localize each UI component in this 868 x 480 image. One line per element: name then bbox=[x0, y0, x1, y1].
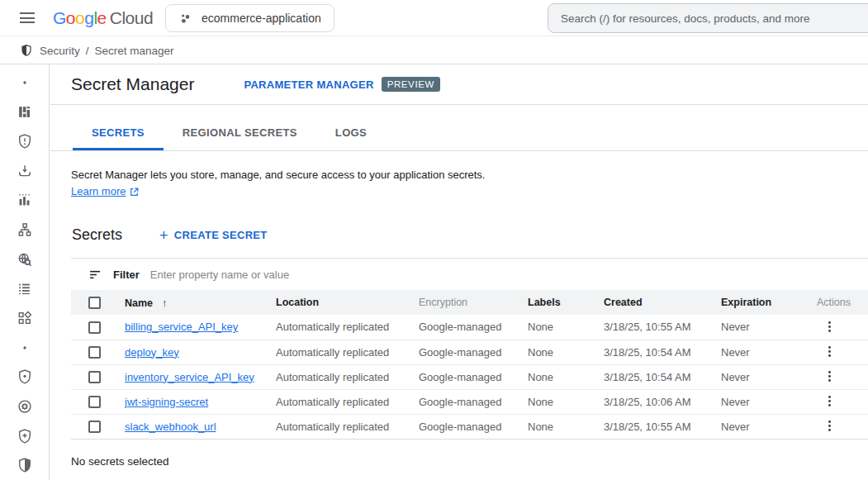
row-checkbox-cell bbox=[71, 315, 125, 340]
list-icon[interactable] bbox=[10, 273, 40, 303]
row-checkbox-cell bbox=[71, 364, 125, 389]
project-icon bbox=[178, 12, 192, 26]
secret-name-link[interactable]: slack_webhook_url bbox=[125, 421, 216, 433]
menu-hamburger-icon[interactable] bbox=[11, 2, 44, 35]
column-label: Expiration bbox=[721, 297, 771, 308]
column-header-created: Created bbox=[604, 290, 721, 315]
topology-icon[interactable] bbox=[10, 215, 40, 245]
learn-more-label: Learn more bbox=[71, 183, 126, 200]
encryption-cell: Google-managed bbox=[419, 340, 528, 364]
expiration-cell: Never bbox=[721, 364, 817, 389]
table-row: jwt-signing-secretAutomatically replicat… bbox=[71, 389, 868, 414]
row-actions-kebab-icon[interactable] bbox=[819, 368, 840, 385]
secrets-table: Name↑LocationEncryptionLabelsCreatedExpi… bbox=[71, 290, 868, 440]
row-actions-kebab-icon[interactable] bbox=[819, 318, 840, 335]
components-icon[interactable] bbox=[10, 303, 40, 333]
column-label: Actions bbox=[817, 297, 851, 308]
labels-cell: None bbox=[528, 389, 604, 414]
location-cell: Automatically replicated bbox=[276, 364, 419, 389]
search-bar[interactable] bbox=[548, 3, 868, 33]
labels-cell: None bbox=[528, 414, 604, 439]
google-cloud-logo[interactable]: GoogleCloud bbox=[53, 8, 153, 28]
globe-search-icon[interactable] bbox=[10, 245, 40, 274]
created-cell: 3/18/25, 10:54 AM bbox=[604, 340, 721, 364]
create-secret-button[interactable]: + CREATE SECRET bbox=[159, 228, 268, 243]
row-checkbox-cell bbox=[71, 414, 125, 439]
column-label: Location bbox=[276, 297, 319, 308]
column-label: Name bbox=[125, 297, 153, 309]
filter-bar[interactable]: Filter bbox=[71, 258, 868, 290]
tab-secrets[interactable]: SECRETS bbox=[73, 117, 164, 150]
labels-cell: None bbox=[528, 340, 604, 364]
create-secret-label: CREATE SECRET bbox=[174, 229, 268, 241]
filter-sort-icon bbox=[88, 268, 102, 282]
secret-name-link[interactable]: billing_service_API_key bbox=[125, 321, 238, 333]
column-header-name[interactable]: Name↑ bbox=[125, 290, 276, 315]
shield-plus-icon[interactable] bbox=[10, 421, 40, 451]
row-checkbox[interactable] bbox=[88, 346, 101, 359]
secret-name-link[interactable]: deploy_key bbox=[125, 346, 179, 359]
row-checkbox-cell bbox=[71, 340, 125, 364]
top-app-bar: GoogleCloud ecommerce-application bbox=[0, 0, 868, 36]
table-row: deploy_keyAutomatically replicatedGoogle… bbox=[71, 340, 868, 364]
secret-name-cell: deploy_key bbox=[125, 340, 276, 364]
shield-half-icon[interactable] bbox=[10, 450, 40, 480]
preview-badge: PREVIEW bbox=[382, 77, 440, 92]
table-row: billing_service_API_keyAutomatically rep… bbox=[71, 315, 868, 340]
page-title: Secret Manager bbox=[71, 74, 194, 94]
selection-status: No secrets selected bbox=[71, 455, 868, 468]
security-shield-icon bbox=[20, 44, 33, 57]
bar-chart-icon[interactable] bbox=[10, 186, 40, 216]
encryption-cell: Google-managed bbox=[419, 389, 528, 414]
column-label: Encryption bbox=[419, 297, 467, 308]
sort-ascending-icon: ↑ bbox=[162, 297, 168, 309]
secret-name-cell: jwt-signing-secret bbox=[125, 389, 276, 414]
breadcrumb-section[interactable]: Security bbox=[40, 45, 80, 57]
compliance-gear-icon[interactable] bbox=[10, 392, 40, 421]
tab-regional-secrets[interactable]: REGIONAL SECRETS bbox=[164, 117, 316, 150]
row-actions-kebab-icon[interactable] bbox=[819, 392, 840, 410]
shield-dot-icon[interactable] bbox=[10, 362, 40, 392]
location-cell: Automatically replicated bbox=[276, 340, 419, 364]
logo-letter: e bbox=[97, 8, 107, 27]
secret-name-cell: slack_webhook_url bbox=[125, 414, 276, 439]
row-actions-kebab-icon[interactable] bbox=[819, 417, 840, 435]
search-input[interactable] bbox=[561, 12, 865, 25]
dashboard-bars-icon[interactable] bbox=[10, 97, 40, 127]
tray-arrow-icon[interactable] bbox=[10, 156, 40, 186]
project-selector[interactable]: ecommerce-application bbox=[165, 4, 334, 32]
column-label: Labels bbox=[528, 297, 561, 308]
column-header-actions: Actions bbox=[817, 290, 868, 315]
secret-name-link[interactable]: jwt-signing-secret bbox=[125, 396, 208, 408]
row-checkbox-cell bbox=[71, 389, 125, 414]
actions-cell bbox=[817, 364, 868, 389]
select-all-checkbox[interactable] bbox=[88, 297, 101, 309]
row-checkbox[interactable] bbox=[88, 321, 101, 334]
row-checkbox[interactable] bbox=[88, 421, 101, 433]
column-header-expiration: Expiration bbox=[721, 290, 817, 315]
filter-input[interactable] bbox=[150, 269, 860, 281]
column-header-location: Location bbox=[276, 290, 419, 315]
secrets-heading: Secrets bbox=[72, 226, 122, 244]
project-name: ecommerce-application bbox=[202, 12, 321, 25]
row-checkbox[interactable] bbox=[88, 396, 101, 408]
logo-letter: G bbox=[53, 8, 66, 27]
tab-logs[interactable]: LOGS bbox=[316, 117, 386, 150]
description-text: Secret Manager lets you store, manage, a… bbox=[71, 167, 847, 183]
breadcrumb: Security / Secret manager bbox=[0, 37, 868, 64]
shield-alert-icon[interactable] bbox=[10, 126, 40, 156]
row-actions-kebab-icon[interactable] bbox=[819, 343, 840, 360]
encryption-cell: Google-managed bbox=[419, 414, 528, 439]
row-checkbox[interactable] bbox=[88, 371, 101, 383]
tab-bar: SECRETSREGIONAL SECRETSLOGS bbox=[50, 105, 868, 151]
parameter-manager-link[interactable]: PARAMETER MANAGER bbox=[244, 78, 373, 91]
logo-letter: o bbox=[66, 8, 75, 27]
secret-name-cell: inventory_service_API_key bbox=[125, 364, 276, 389]
logo-letter: g bbox=[84, 8, 93, 27]
column-header-encryption: Encryption bbox=[419, 290, 528, 315]
secret-name-link[interactable]: inventory_service_API_key bbox=[125, 371, 254, 383]
learn-more-link[interactable]: Learn more bbox=[71, 183, 140, 200]
encryption-cell: Google-managed bbox=[419, 364, 528, 389]
table-row: inventory_service_API_keyAutomatically r… bbox=[71, 364, 868, 389]
column-header-labels: Labels bbox=[528, 290, 604, 315]
